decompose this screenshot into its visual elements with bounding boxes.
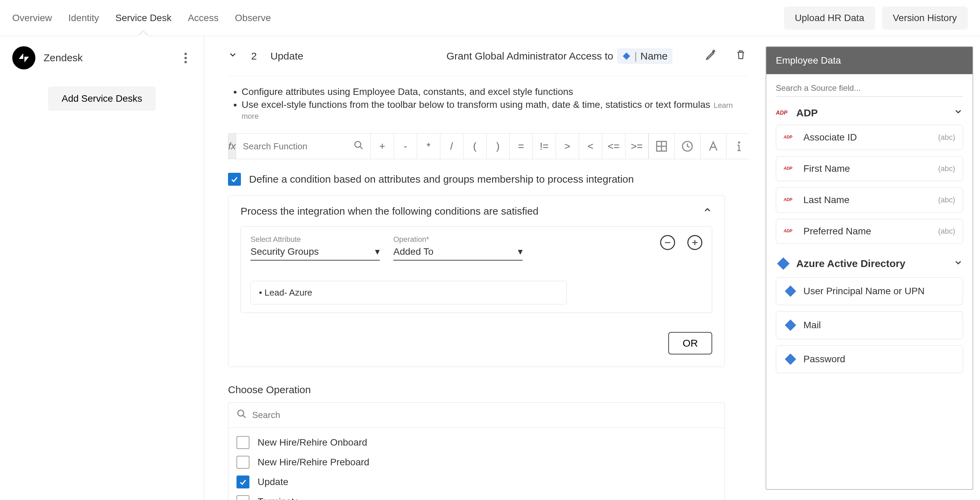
rule-desc-text: Grant Global Administrator Access to [447, 50, 613, 62]
search-function-input[interactable] [243, 141, 353, 152]
svg-text:ADP: ADP [784, 229, 792, 233]
attr-select[interactable]: Security Groups ▾ [250, 246, 380, 260]
nav-tab-overview[interactable]: Overview [12, 0, 52, 36]
bullet-1: Configure attributes using Employee Data… [242, 86, 749, 97]
field-mail[interactable]: Mail [776, 311, 963, 339]
condition-value-input[interactable]: Lead- Azure [250, 281, 567, 305]
field-last-name[interactable]: ADP Last Name (abc) [776, 187, 963, 213]
add-condition-button[interactable]: + [687, 235, 702, 250]
op-div[interactable]: / [440, 134, 463, 159]
nav-tab-observe[interactable]: Observe [235, 0, 271, 36]
nav-tab-identity[interactable]: Identity [68, 0, 99, 36]
rule-type: Update [270, 50, 332, 62]
op-checkbox-terminate[interactable] [237, 495, 250, 500]
op-minus[interactable]: - [394, 134, 417, 159]
section-adp-label: ADP [796, 107, 818, 119]
font-icon[interactable] [701, 134, 727, 159]
table-icon[interactable] [649, 134, 675, 159]
op-gte[interactable]: >= [625, 134, 649, 159]
version-history-button[interactable]: Version History [882, 6, 968, 30]
define-condition-checkbox[interactable] [228, 173, 241, 186]
svg-point-2 [355, 141, 361, 147]
op-mult[interactable]: * [417, 134, 440, 159]
fx-label: fx [228, 133, 236, 159]
op-label: Update [258, 476, 288, 487]
source-field-search-input[interactable] [776, 83, 963, 96]
edit-rule-icon[interactable] [703, 47, 719, 65]
define-condition-label: Define a condition based on attributes a… [249, 173, 634, 185]
adp-logo-icon: ADP [776, 108, 791, 118]
nav-tab-access[interactable]: Access [188, 0, 218, 36]
app-name-label: Zendesk [43, 52, 171, 63]
svg-text:ADP: ADP [776, 110, 788, 116]
section-azure-label: Azure Active Directory [796, 258, 905, 269]
field-first-name[interactable]: ADP First Name (abc) [776, 156, 963, 181]
rule-number: 2 [251, 50, 257, 62]
op-neq[interactable]: != [533, 134, 556, 159]
svg-text:ADP: ADP [784, 166, 792, 171]
svg-point-8 [739, 142, 740, 143]
op-gt[interactable]: > [556, 134, 579, 159]
add-service-desks-button[interactable]: Add Service Desks [48, 86, 156, 111]
field-preferred-name[interactable]: ADP Preferred Name (abc) [776, 219, 963, 244]
or-button[interactable]: OR [668, 332, 712, 354]
op-label: New Hire/Rehire Preboard [258, 457, 369, 468]
info-icon[interactable] [727, 134, 749, 159]
delete-rule-icon[interactable] [733, 46, 749, 66]
svg-text:ADP: ADP [784, 197, 792, 202]
zendesk-logo [12, 46, 35, 69]
svg-point-12 [238, 410, 244, 416]
svg-text:ADP: ADP [784, 135, 792, 140]
choose-operation-title: Choose Operation [228, 384, 749, 395]
remove-condition-button[interactable]: − [660, 235, 675, 250]
op-select[interactable]: Added To ▾ [393, 246, 523, 260]
op-label: Terminate [258, 496, 299, 500]
op-label: New Hire/Rehire Onboard [258, 437, 367, 448]
bullet-2: Use excel-style functions from the toolb… [242, 99, 749, 121]
employee-data-title: Employee Data [766, 47, 972, 74]
op-rparen[interactable]: ) [487, 134, 510, 159]
op-checkbox-onboard[interactable] [237, 436, 250, 449]
op-checkbox-preboard[interactable] [237, 456, 250, 469]
collapse-rule-icon[interactable] [228, 50, 237, 62]
field-upn[interactable]: User Principal Name or UPN [776, 277, 963, 305]
op-field-label: Operation* [393, 235, 523, 244]
rule-source-badge[interactable]: |Name [617, 48, 672, 64]
section-adp-toggle[interactable] [953, 107, 963, 119]
op-checkbox-update[interactable] [237, 476, 250, 489]
section-azure-toggle[interactable] [953, 258, 963, 270]
chevron-down-icon: ▾ [518, 246, 523, 257]
kebab-menu-icon[interactable] [179, 52, 192, 64]
op-eq[interactable]: = [510, 134, 533, 159]
operation-search-input[interactable] [252, 410, 716, 421]
collapse-card-icon[interactable] [703, 205, 712, 217]
upload-hr-button[interactable]: Upload HR Data [784, 6, 875, 30]
svg-line-3 [360, 146, 363, 149]
search-icon [237, 409, 247, 421]
clock-icon[interactable] [675, 134, 701, 159]
op-lte[interactable]: <= [602, 134, 625, 159]
field-password[interactable]: Password [776, 345, 963, 373]
svg-line-13 [243, 415, 246, 418]
attr-field-label: Select Attribute [250, 235, 380, 244]
op-lparen[interactable]: ( [463, 134, 487, 159]
search-icon[interactable] [353, 140, 364, 153]
chevron-down-icon: ▾ [375, 246, 380, 257]
op-plus[interactable]: + [371, 134, 394, 159]
op-lt[interactable]: < [579, 134, 602, 159]
azure-logo-icon [776, 256, 791, 271]
condition-card-title: Process the integration when the followi… [240, 205, 539, 217]
field-associate-id[interactable]: ADP Associate ID (abc) [776, 125, 963, 150]
nav-tab-service-desk[interactable]: Service Desk [115, 0, 172, 36]
